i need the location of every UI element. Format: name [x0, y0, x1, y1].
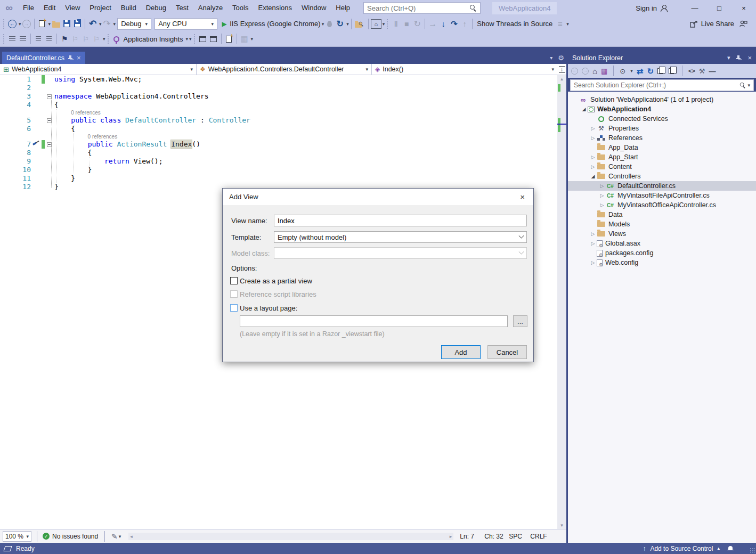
solution-platform-combo[interactable]: Any CPU▾: [155, 18, 217, 30]
tree-item-global-asax[interactable]: ▷Global.asax: [568, 239, 756, 248]
member-dropdown[interactable]: ◈ Index() ▾: [372, 64, 557, 75]
code-line-10[interactable]: 10 }: [0, 166, 557, 174]
start-debug-label[interactable]: IIS Express (Google Chrome): [230, 20, 321, 28]
expand-arrow-icon[interactable]: ▷: [589, 154, 597, 160]
quick-search-box[interactable]: [363, 2, 481, 14]
toolbar-grip[interactable]: [3, 34, 5, 44]
live-share-icon[interactable]: [690, 20, 698, 28]
close-panel-icon[interactable]: ×: [747, 54, 752, 62]
refresh-button[interactable]: ↻: [335, 18, 345, 30]
export-data-icon[interactable]: [198, 32, 208, 45]
step-over-button[interactable]: ↷: [449, 18, 459, 30]
open-file-button[interactable]: [51, 18, 61, 30]
undo-button[interactable]: ↶: [87, 18, 98, 30]
tree-item-references[interactable]: ▷References: [568, 133, 756, 143]
sync-with-active-document-icon[interactable]: ⇄: [637, 67, 644, 75]
tree-item-data[interactable]: Data: [568, 210, 756, 219]
show-threads-label[interactable]: Show Threads in Source: [477, 20, 552, 28]
menu-help[interactable]: Help: [331, 0, 355, 16]
new-project-button[interactable]: [37, 18, 47, 30]
menu-project[interactable]: Project: [85, 0, 116, 16]
resize-grip[interactable]: [750, 548, 755, 553]
collapse-region-box[interactable]: [47, 118, 52, 123]
sign-in-button[interactable]: Sign in: [636, 4, 668, 12]
code-line-3[interactable]: 3namespace WebApplication4.Controllers: [0, 92, 557, 101]
zoom-combo[interactable]: 100 % ▾: [3, 531, 31, 542]
redo-button[interactable]: ↷: [102, 18, 112, 30]
quick-search-input[interactable]: [367, 4, 469, 12]
create-partial-view-checkbox[interactable]: [230, 277, 238, 284]
scroll-left-icon[interactable]: ◂: [130, 534, 133, 539]
switch-views-icon[interactable]: ▦: [601, 68, 607, 75]
application-insights-dropdown-icon[interactable]: ▾: [186, 36, 189, 42]
tree-item-connected-services[interactable]: Connected Services: [568, 114, 756, 124]
expand-arrow-icon[interactable]: ▷: [598, 183, 606, 189]
view-code-icon[interactable]: <>: [688, 68, 695, 74]
grid-dropdown-icon[interactable]: ▾: [251, 36, 254, 42]
code-line-8[interactable]: 8 {: [0, 149, 557, 157]
toolbar-grip[interactable]: [386, 19, 389, 29]
minimize-button[interactable]: —: [682, 0, 707, 16]
threads-dropdown-icon[interactable]: ▾: [566, 21, 569, 27]
menu-debug[interactable]: Debug: [141, 0, 171, 16]
dialog-title-bar[interactable]: Add View ×: [223, 189, 533, 205]
navigate-back-button[interactable]: ←: [7, 18, 18, 30]
bookmark-dropdown-icon[interactable]: ▾: [103, 36, 105, 42]
code-line-2[interactable]: 2: [0, 84, 557, 92]
tree-item-app-data[interactable]: App_Data: [568, 143, 756, 152]
editor-horizontal-scrollbar[interactable]: ◂ ▸: [128, 533, 453, 540]
indent-decrease-icon[interactable]: [7, 32, 18, 45]
save-button[interactable]: [61, 18, 72, 30]
use-layout-page-label[interactable]: Use a layout page:: [240, 304, 297, 312]
menu-test[interactable]: Test: [171, 0, 193, 16]
solution-search-input[interactable]: [574, 82, 739, 89]
close-tab-icon[interactable]: ×: [77, 54, 81, 62]
menu-extensions[interactable]: Extensions: [253, 0, 297, 16]
codelens-row[interactable]: 0 references: [0, 109, 557, 116]
uncomment-icon[interactable]: [44, 32, 54, 45]
browser-link-dropdown-icon[interactable]: ▾: [383, 21, 385, 27]
solution-explorer-header[interactable]: Solution Explorer ▾ ×: [568, 52, 756, 64]
tree-item-myvintasoftfileapicontroller-cs[interactable]: ▷C#MyVintasoftFileApiController.cs: [568, 191, 756, 200]
application-insights-label[interactable]: Application Insights: [124, 35, 183, 43]
step-into-button[interactable]: ↓: [438, 18, 449, 30]
scroll-up-icon[interactable]: ▴: [557, 75, 566, 83]
hot-reload-icon[interactable]: [324, 18, 335, 30]
tab-settings-gear-icon[interactable]: ⚙: [558, 54, 564, 62]
tree-item-content[interactable]: ▷Content: [568, 162, 756, 172]
tab-defaultcontroller[interactable]: DefaultController.cs ×: [2, 52, 85, 64]
toolbar-grip[interactable]: [3, 19, 5, 29]
solution-configuration-combo[interactable]: Debug▾: [117, 18, 151, 30]
menu-analyze[interactable]: Analyze: [193, 0, 227, 16]
tree-item-defaultcontroller-cs[interactable]: ▷C#DefaultController.cs: [568, 181, 756, 191]
tree-item-models[interactable]: Models: [568, 219, 756, 229]
menu-edit[interactable]: Edit: [39, 0, 60, 16]
code-line-7[interactable]: 7 public ActionResult Index(): [0, 140, 557, 149]
code-cleanup-brush-icon[interactable]: ✎: [111, 533, 118, 540]
tab-list-dropdown-icon[interactable]: ▾: [550, 55, 552, 61]
scroll-right-icon[interactable]: ▸: [450, 534, 452, 539]
find-in-files-button[interactable]: [354, 18, 366, 30]
tree-item-app-start[interactable]: ▷App_Start: [568, 152, 756, 162]
code-cleanup-dropdown-icon[interactable]: ▾: [119, 534, 121, 539]
comment-icon[interactable]: [33, 32, 44, 45]
code-line-4[interactable]: 4{: [0, 101, 557, 109]
expand-arrow-icon[interactable]: ▷: [589, 135, 597, 141]
search-options-dropdown-icon[interactable]: ▾: [747, 83, 750, 88]
redo-dropdown-icon[interactable]: ▾: [113, 21, 116, 27]
publish-up-arrow-icon[interactable]: ↑: [643, 545, 646, 552]
tree-item-web-config[interactable]: ▷Web.config: [568, 258, 756, 267]
tree-item-views[interactable]: ▷Views: [568, 229, 756, 239]
pending-changes-filter-icon[interactable]: ⊙: [620, 68, 625, 75]
expand-arrow-icon[interactable]: ▷: [589, 231, 597, 237]
pin-tab-icon[interactable]: [68, 55, 73, 61]
toolbar-grip[interactable]: [193, 34, 196, 44]
menu-build[interactable]: Build: [116, 0, 141, 16]
maximize-button[interactable]: □: [707, 0, 731, 16]
se-home-icon[interactable]: ⌂: [592, 67, 597, 75]
feedback-icon[interactable]: [739, 20, 747, 28]
navigate-forward-button[interactable]: →: [21, 18, 32, 30]
tree-item-myvintasoftofficeapicontroller-cs[interactable]: ▷C#MyVintasoftOfficeApiController.cs: [568, 200, 756, 210]
expand-arrow-icon[interactable]: ▷: [589, 126, 597, 131]
toggle-bookmark-icon[interactable]: ⚑: [59, 32, 70, 45]
